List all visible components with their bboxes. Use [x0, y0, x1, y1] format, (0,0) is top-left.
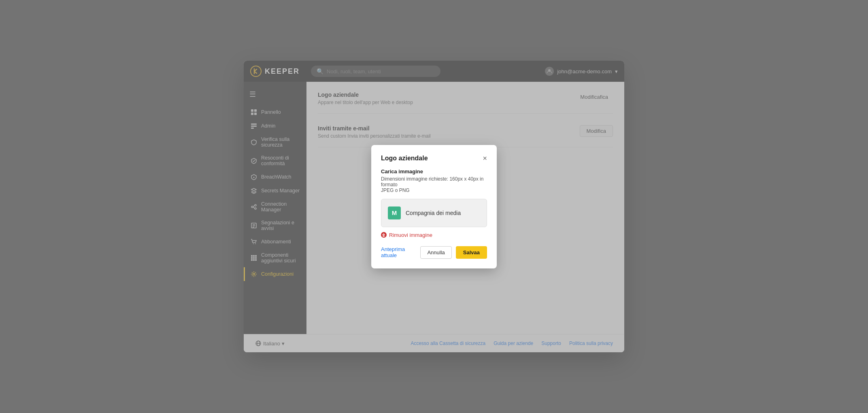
modal-buttons: Annulla Salvaa	[420, 246, 487, 259]
company-name: Compagnia dei media	[406, 210, 461, 216]
modal-upload-desc-line2: JPEG o PNG	[381, 187, 410, 193]
modal-header: Logo aziendale ×	[381, 155, 487, 162]
modal-upload-desc-line1: Dimensioni immagine richieste: 160px x 4…	[381, 176, 483, 187]
annulla-button[interactable]: Annulla	[420, 246, 451, 259]
modal-close-button[interactable]: ×	[483, 155, 487, 162]
remove-image-button[interactable]: 🗑 Rimuovi immagine	[381, 232, 432, 238]
company-avatar: M	[388, 206, 401, 219]
modal-upload-desc: Dimensioni immagine richieste: 160px x 4…	[381, 176, 487, 193]
salva-button[interactable]: Salvaa	[456, 246, 487, 259]
remove-image-label: Rimuovi immagine	[389, 232, 432, 238]
logo-modal: Logo aziendale × Carica immagine Dimensi…	[371, 145, 497, 268]
modal-upload-label: Carica immagine	[381, 168, 487, 175]
modal-overlay[interactable]: Logo aziendale × Carica immagine Dimensi…	[0, 0, 868, 413]
remove-icon: 🗑	[381, 232, 387, 238]
modal-title: Logo aziendale	[381, 155, 428, 162]
anteprima-link[interactable]: Anteprima attuale	[381, 246, 420, 258]
modal-footer: Anteprima attuale Annulla Salvaa	[381, 246, 487, 259]
company-initial: M	[392, 209, 397, 216]
image-upload-area[interactable]: M Compagnia dei media	[381, 199, 487, 227]
